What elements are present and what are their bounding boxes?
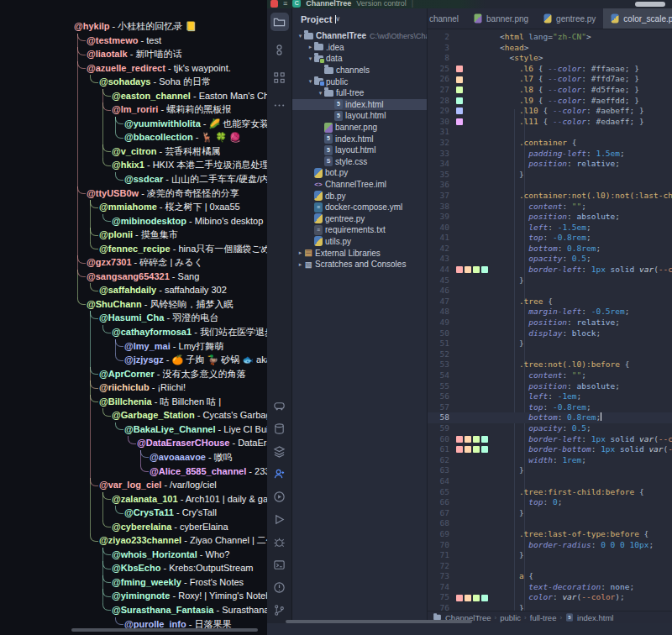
channel-handle-link[interactable]: @gzx7301 bbox=[87, 257, 132, 267]
channel-handle-link[interactable]: @liaotalk bbox=[87, 49, 128, 59]
project-tree-row[interactable]: ▾public bbox=[292, 76, 427, 87]
channel-item[interactable]: @AprCorner - 没有太多意义的角落 bbox=[0, 367, 267, 381]
project-tree-row[interactable]: 5index.html bbox=[292, 133, 427, 144]
color-swatch-icon[interactable] bbox=[481, 446, 488, 453]
channel-item[interactable]: @sohadays - Soha 的日常 bbox=[0, 75, 267, 89]
channel-handle-link[interactable]: @Hasumi_Cha bbox=[99, 312, 164, 323]
channel-item[interactable]: @ssdcar - 山山的二手车车/硬盘/内存/光纤/交换机 bbox=[0, 172, 267, 186]
channel-handle-link[interactable]: @hkix1 bbox=[112, 160, 144, 170]
project-tree-row[interactable]: <>ChannelTree.iml bbox=[292, 179, 427, 191]
color-swatch-icon[interactable] bbox=[473, 446, 480, 453]
channel-item[interactable]: @CrysTa11 - Cry'sTall bbox=[0, 506, 267, 520]
channel-handle-link[interactable]: @easton_channel bbox=[112, 91, 191, 101]
channel-tree-preview[interactable]: @hykilp - 小桂桂的回忆录 📒@testmewo - test@liao… bbox=[0, 0, 267, 635]
channel-item[interactable]: @DataEraserCHouse - DataEraserC的小屋 bbox=[0, 436, 267, 450]
project-tree-row[interactable]: bot.py bbox=[292, 167, 427, 179]
channel-handle-link[interactable]: @purolle_info bbox=[124, 619, 186, 629]
color-swatch-icon[interactable] bbox=[465, 266, 471, 273]
color-swatch-icon[interactable] bbox=[456, 118, 463, 125]
color-swatch-icon[interactable] bbox=[473, 266, 480, 273]
channel-item[interactable]: @cyberelaina - cyberElaina bbox=[0, 520, 267, 534]
channel-item[interactable]: @jzjysgz - 🍊 子姰 🦆 砂锅 🐟 aka梦吃何 bbox=[0, 353, 267, 367]
color-swatch-icon[interactable] bbox=[456, 266, 463, 273]
channel-handle-link[interactable]: @fennec_recipe bbox=[99, 244, 171, 254]
channel-handle-link[interactable]: @azuelle_redirect bbox=[87, 63, 165, 73]
channel-handle-link[interactable]: @ttyUSB0w bbox=[87, 188, 139, 198]
channel-handle-link[interactable]: @Billchenia bbox=[99, 396, 152, 407]
project-tree-row[interactable]: utils.py bbox=[292, 236, 427, 248]
channel-handle-link[interactable]: @jzjysgz bbox=[124, 354, 164, 365]
color-swatch-icon[interactable] bbox=[481, 266, 488, 273]
channel-item[interactable]: @Billchenia - 咕 Billchen 咕 | bbox=[0, 395, 267, 409]
project-tool-icon[interactable] bbox=[270, 13, 289, 31]
chevron-expanded-icon[interactable]: ▾ bbox=[297, 33, 304, 39]
channel-item[interactable]: @easton_channel - Easton Man's Channel bbox=[0, 89, 267, 103]
channel-handle-link[interactable]: @lm_roriri bbox=[112, 104, 158, 114]
color-swatch-icon[interactable] bbox=[456, 108, 463, 114]
project-badge-icon[interactable]: C bbox=[292, 0, 301, 8]
color-swatch-icon[interactable] bbox=[456, 66, 463, 72]
channel-handle-link[interactable]: @CrysTa11 bbox=[124, 507, 174, 517]
chevron-collapsed-icon[interactable]: ▸ bbox=[307, 44, 314, 50]
color-swatch-icon[interactable] bbox=[456, 87, 463, 93]
channel-handle-link[interactable]: @hykilp bbox=[74, 21, 110, 31]
channel-handle-link[interactable]: @KbsEcho bbox=[112, 563, 160, 573]
code-editor[interactable]: 2<html lang="zh-CN">3<head>8 <style>25 .… bbox=[428, 29, 672, 611]
run-tool-icon[interactable] bbox=[270, 510, 289, 528]
services-tool-icon[interactable] bbox=[270, 396, 289, 415]
channel-handle-link[interactable]: @var_log_ciel bbox=[99, 480, 161, 490]
channel-handle-link[interactable]: @ShuChann bbox=[87, 299, 142, 309]
channel-handle-link[interactable]: @Alice_8585_channel bbox=[150, 466, 246, 476]
channel-item[interactable]: @hykilp - 小桂桂的回忆录 📒 bbox=[0, 19, 267, 34]
channel-item[interactable]: @saffahdaily - saffahdaily 302 bbox=[0, 283, 267, 297]
channel-item[interactable]: @v_citron - 芸香科柑橘属 bbox=[0, 144, 267, 159]
project-tree-row[interactable]: 5index.html bbox=[292, 99, 427, 111]
run-console-tool-icon[interactable] bbox=[270, 487, 289, 506]
channel-handle-link[interactable]: @cathayformosa1 bbox=[112, 327, 192, 337]
channel-item[interactable]: @mmiahome - 桜之树下 | 0xaa55 bbox=[0, 200, 267, 214]
channel-item[interactable]: @Surasthana_Fantasia - Surasthana Fantas… bbox=[0, 603, 267, 617]
color-swatch-icon[interactable] bbox=[465, 446, 471, 453]
channel-handle-link[interactable]: @fming_weekly bbox=[112, 577, 181, 587]
color-swatch-icon[interactable] bbox=[473, 436, 480, 443]
color-swatch-icon[interactable] bbox=[465, 595, 471, 601]
structure-tool-icon[interactable] bbox=[270, 68, 289, 87]
editor-tab-color_scale-py[interactable]: color_scale.py bbox=[603, 8, 672, 29]
breadcrumb-item[interactable]: index.html bbox=[577, 613, 613, 622]
channel-handle-link[interactable]: @Garbage_Station bbox=[112, 410, 195, 420]
project-tree-row[interactable]: channels bbox=[292, 65, 427, 76]
chevron-expanded-icon[interactable]: ▾ bbox=[317, 90, 324, 97]
channel-handle-link[interactable]: @cyberelaina bbox=[112, 522, 171, 532]
project-tree-row[interactable]: db.py bbox=[292, 190, 427, 202]
channel-item[interactable]: @avoaaavoe - 嗷呜 bbox=[0, 450, 267, 464]
channel-item[interactable]: @hkix1 - HKIX 本港二手垃圾消息处理中心 bbox=[0, 158, 267, 172]
project-panel-scrollbar[interactable] bbox=[286, 620, 472, 623]
channel-item[interactable]: @Garbage_Station - Cycats's Garbage Stat… bbox=[0, 408, 267, 422]
channel-handle-link[interactable]: @whois_Horizontal bbox=[112, 549, 197, 559]
channel-handle-link[interactable]: @v_citron bbox=[112, 146, 157, 156]
layers-tool-icon[interactable] bbox=[270, 442, 289, 460]
channel-item[interactable]: @riichiclub - ¡Riichi! bbox=[0, 380, 267, 395]
project-tree-row[interactable]: Sstyle.css bbox=[292, 156, 427, 168]
channel-handle-link[interactable]: @mmiahome bbox=[99, 202, 157, 212]
chevron-expanded-icon[interactable]: ▾ bbox=[307, 55, 314, 62]
channel-item[interactable]: @yuumiwithlolita - 🌽 也能穿女装嘛 bbox=[0, 117, 267, 131]
channel-item[interactable]: @yimingnote - Roxy! | Yiming's Notebook bbox=[0, 589, 267, 603]
channel-handle-link[interactable]: @ziyao233channel bbox=[99, 535, 181, 545]
channel-handle-link[interactable]: @ssdcar bbox=[124, 174, 163, 184]
channel-item[interactable]: @plonii - 摸鱼集市 bbox=[0, 228, 267, 242]
channel-handle-link[interactable]: @Surasthana_Fantasia bbox=[112, 605, 213, 615]
more-tool-icon[interactable] bbox=[270, 96, 289, 114]
channel-item[interactable]: @bbacollection - 🦌 🍀 🧶 bbox=[0, 130, 267, 144]
channel-item[interactable]: @fming_weekly - Frost's Notes bbox=[0, 575, 267, 590]
channel-item[interactable]: @KbsEcho - Krebs:OutputStream bbox=[0, 561, 267, 575]
channel-item[interactable]: @sangsang654321 - Sang bbox=[0, 270, 267, 284]
project-tree-row[interactable]: ≡docker-compose.yml bbox=[292, 202, 427, 213]
channel-handle-link[interactable]: @sohadays bbox=[99, 76, 150, 87]
project-tree-row[interactable]: 5layout.html bbox=[292, 144, 427, 156]
channel-handle-link[interactable]: @DataEraserCHouse bbox=[137, 438, 229, 448]
project-tree-row[interactable]: ▾data bbox=[292, 53, 427, 65]
channel-handle-link[interactable]: @BakaLiye_Channel bbox=[124, 424, 216, 434]
channel-item[interactable]: @zalanata_101 - Arch101 | daily & game bbox=[0, 492, 267, 506]
channel-item[interactable]: @liaotalk - 新叶喵的话 bbox=[0, 47, 267, 61]
